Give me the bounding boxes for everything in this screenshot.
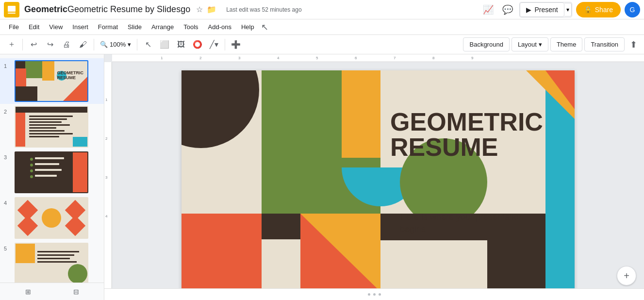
t5-s2 xyxy=(68,264,87,283)
slide-thumb-5[interactable] xyxy=(15,243,88,284)
shape-more[interactable]: ⭕ xyxy=(190,37,205,52)
star-icon[interactable]: ☆ xyxy=(196,5,203,14)
image-tool[interactable]: 🖼 xyxy=(173,37,189,52)
t4-s3 xyxy=(17,216,38,236)
slide-item-1[interactable]: 1 GEOMETRICRESUME xyxy=(0,58,104,104)
document-title-area: GeometricGeometric Resume by Slidesgo ☆ … xyxy=(24,4,480,15)
slide-number-5: 5 xyxy=(4,243,12,251)
background-button[interactable]: Background xyxy=(463,37,509,51)
svg-text:4: 4 xyxy=(277,56,280,60)
activity-icon[interactable]: 📈 xyxy=(480,2,496,17)
layout-dropdown-icon: ▾ xyxy=(539,41,542,48)
thumb1-shape3 xyxy=(42,61,54,81)
menu-arrange[interactable]: Arrange xyxy=(147,21,179,33)
menu-view[interactable]: View xyxy=(44,21,67,33)
menu-help[interactable]: Help xyxy=(236,21,259,33)
list-view-icon[interactable]: ⊟ xyxy=(69,285,83,299)
slide-thumb-2[interactable] xyxy=(15,106,88,148)
svg-text:1: 1 xyxy=(105,98,108,102)
menu-format[interactable]: Format xyxy=(93,21,123,33)
zoom-control[interactable]: 🔍 100% ▾ xyxy=(97,41,134,48)
svg-text:2: 2 xyxy=(199,56,202,60)
paint-format-button[interactable]: 🖌 xyxy=(75,37,91,52)
menu-file[interactable]: File xyxy=(4,21,24,33)
slide-number-3: 3 xyxy=(4,151,12,160)
shape-coral-bl xyxy=(182,214,262,292)
menu-edit[interactable]: Edit xyxy=(24,21,44,33)
share-button[interactable]: 🔒 Share xyxy=(576,2,621,17)
layout-button[interactable]: Layout ▾ xyxy=(512,37,548,51)
thumb1-shape2 xyxy=(25,61,42,78)
collapse-toolbar-button[interactable]: ⬆ xyxy=(627,38,640,51)
slide-thumb-3[interactable] xyxy=(15,151,88,193)
shape-tri-yellow xyxy=(300,214,380,292)
layout-label: Layout xyxy=(518,41,537,48)
ruler-vertical: 1 2 3 4 xyxy=(104,62,112,300)
slide-item-2[interactable]: 2 xyxy=(0,104,104,150)
select-tool[interactable]: ↖ xyxy=(140,37,156,52)
slide-thumb-1[interactable]: GEOMETRICRESUME xyxy=(15,60,88,102)
main-slide-canvas[interactable]: GEOMETRIC RESUME Here is where your pres… xyxy=(182,70,575,292)
toolbar-sep-2 xyxy=(94,39,94,50)
bottom-status-bar xyxy=(104,288,644,300)
transition-button[interactable]: Transition xyxy=(584,37,625,51)
t2-top xyxy=(16,107,87,113)
t3-right xyxy=(73,152,87,193)
menu-slide[interactable]: Slide xyxy=(123,21,147,33)
print-button[interactable]: 🖨 xyxy=(59,37,74,52)
toolbar-right: Background Layout ▾ Theme Transition ⬆ xyxy=(463,37,640,51)
shape-cyan-br xyxy=(545,214,575,292)
zoom-dropdown-icon: ▾ xyxy=(128,41,131,48)
grid-view-icon[interactable]: ⊞ xyxy=(21,285,35,299)
present-dropdown[interactable]: ▾ xyxy=(564,3,572,17)
slide-item-5[interactable]: 5 xyxy=(0,241,104,286)
t2-left xyxy=(16,113,25,148)
shape-dark-circle xyxy=(182,70,259,148)
zoom-level: 100% xyxy=(110,41,126,48)
svg-text:5: 5 xyxy=(316,56,318,60)
slide-subtitle: Here is where your presentation begins xyxy=(400,211,536,235)
canvas-scroll-area[interactable]: GEOMETRIC RESUME Here is where your pres… xyxy=(112,62,644,300)
toolbar-sep-3 xyxy=(137,39,137,50)
menu-tools[interactable]: Tools xyxy=(179,21,203,33)
add-button[interactable]: ＋ xyxy=(4,37,19,52)
chat-icon[interactable]: 💬 xyxy=(500,2,515,17)
present-button[interactable]: ▶ Present xyxy=(520,2,564,17)
toolbar-sep-4 xyxy=(225,39,225,50)
avatar[interactable]: G xyxy=(625,2,640,17)
t4-s4 xyxy=(65,216,85,236)
dot-3 xyxy=(379,293,381,296)
lock-icon: 🔒 xyxy=(584,6,592,14)
menu-insert[interactable]: Insert xyxy=(67,21,93,33)
ruler-horizontal: 1 2 3 4 5 6 7 8 9 xyxy=(112,54,644,62)
add-slide-toolbar[interactable]: ➕ xyxy=(228,37,244,52)
svg-rect-2 xyxy=(8,13,16,14)
menu-addons[interactable]: Add-ons xyxy=(203,21,236,33)
slide-thumb-4[interactable] xyxy=(15,197,88,239)
slide-item-3[interactable]: 3 xyxy=(0,150,104,195)
bottom-dots xyxy=(368,293,381,296)
app-icon[interactable] xyxy=(4,2,19,17)
svg-text:4: 4 xyxy=(105,214,108,218)
folder-icon[interactable]: 📁 xyxy=(207,5,216,14)
svg-text:3: 3 xyxy=(238,56,241,60)
slide-item-4[interactable]: 4 xyxy=(0,195,104,241)
thumb1-title: GEOMETRICRESUME xyxy=(57,71,83,81)
slide-number-4: 4 xyxy=(4,197,12,206)
last-edit-text: Last edit was 52 minutes ago xyxy=(226,6,301,13)
thumb1-shape6 xyxy=(16,86,37,101)
thumb1-shape4 xyxy=(16,68,26,88)
add-slide-fab[interactable]: + xyxy=(617,266,636,285)
slide-panel: 1 GEOMETRICRESUME 2 xyxy=(0,54,104,300)
undo-button[interactable]: ↩ xyxy=(26,37,41,52)
canvas-area: 1 2 3 4 5 6 7 8 9 1 2 3 4 xyxy=(104,54,644,300)
document-title[interactable]: GeometricGeometric Resume by Slidesgo xyxy=(24,4,190,15)
shape-tool[interactable]: ⬜ xyxy=(157,37,172,52)
menu-bar: File Edit View Insert Format Slide Arran… xyxy=(0,19,644,35)
svg-text:7: 7 xyxy=(394,56,396,60)
shape-coral-tri xyxy=(545,70,575,109)
redo-button[interactable]: ↪ xyxy=(42,37,58,52)
theme-button[interactable]: Theme xyxy=(550,37,582,51)
line-tool[interactable]: ╱▾ xyxy=(206,37,222,52)
t2-lines xyxy=(29,116,83,139)
